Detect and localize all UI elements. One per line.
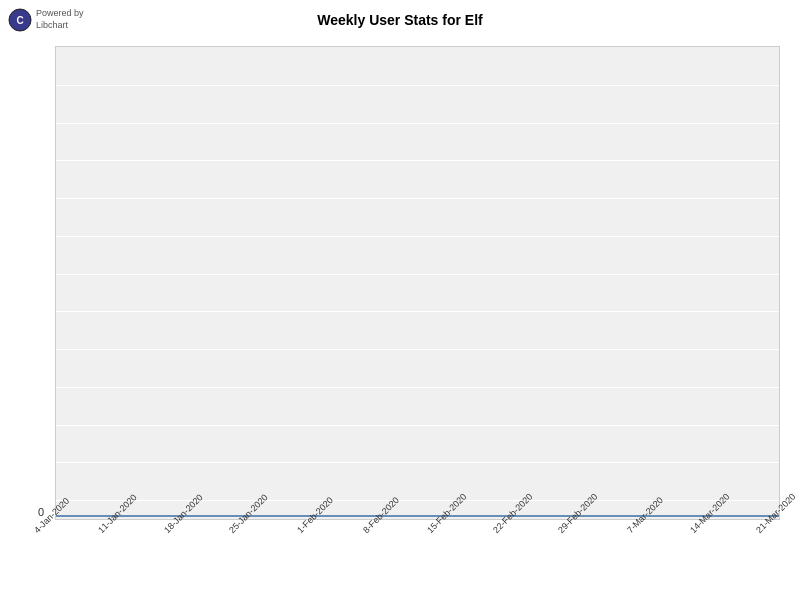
grid-line: [56, 160, 779, 161]
x-axis: 4-Jan-202011-Jan-202018-Jan-202025-Jan-2…: [55, 522, 780, 600]
grid-line: [56, 500, 779, 501]
grid-lines: [56, 47, 779, 519]
chart-container: C Powered byLibchart Weekly User Stats f…: [0, 0, 800, 600]
data-line: [56, 515, 779, 517]
chart-area: [55, 46, 780, 520]
grid-line: [56, 425, 779, 426]
grid-line: [56, 198, 779, 199]
grid-line: [56, 462, 779, 463]
grid-line: [56, 85, 779, 86]
grid-line: [56, 123, 779, 124]
chart-background: [55, 46, 780, 520]
chart-title: Weekly User Stats for Elf: [0, 12, 800, 28]
grid-line: [56, 236, 779, 237]
grid-line: [56, 311, 779, 312]
grid-line: [56, 349, 779, 350]
grid-line: [56, 274, 779, 275]
grid-line: [56, 387, 779, 388]
